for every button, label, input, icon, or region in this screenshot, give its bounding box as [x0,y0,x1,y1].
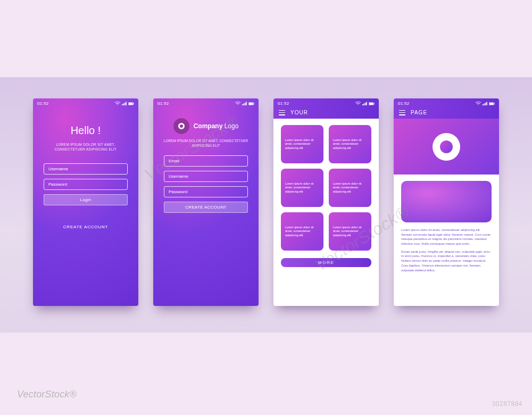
svg-rect-7 [242,104,243,105]
screen-signup: 01:52 Company Logo LOREM IPSUM DOLOR SIT… [153,98,259,306]
status-bar: 01:52 [153,98,259,107]
signal-icon [242,102,247,105]
battery-icon [489,102,495,105]
company-logo-row: Company Logo [153,107,259,138]
screen-login: 01:52 Hello ! LOREM IPSUM DOLOR SIT AMET… [33,98,138,306]
header-title: YOUR [290,110,308,115]
company-name: Company Logo [194,122,239,130]
svg-rect-6 [134,103,134,104]
svg-rect-12 [249,103,253,105]
svg-rect-20 [374,103,375,104]
status-icons [115,102,134,105]
ring-graphic [433,133,460,161]
svg-rect-13 [254,103,254,104]
wifi-icon [235,102,240,105]
status-icons [476,102,495,105]
signup-subtitle: LOREM IPSUM DOLOR SIT AMET, CONSECTETUER… [153,138,259,148]
watermark-id: 30287884 [492,400,522,408]
password-input[interactable]: Password [44,179,128,190]
app-header: PAGE [394,107,499,119]
svg-rect-19 [369,103,373,105]
wifi-icon [355,102,361,105]
battery-icon [369,102,375,105]
content-card[interactable]: Lorem ipsum dolor sit amet, consectetuer… [281,125,323,163]
mockup-stage: 01:52 Hello ! LOREM IPSUM DOLOR SIT AMET… [0,77,532,333]
svg-rect-1 [123,104,124,106]
create-account-button[interactable]: CREATE ACCOUNT [164,202,248,213]
logo-icon [173,118,189,134]
svg-rect-26 [489,103,493,105]
svg-rect-17 [366,102,367,106]
header-title: PAGE [411,110,427,115]
svg-rect-3 [126,102,127,106]
content-card[interactable]: Lorem ipsum dolor sit amet, consectetuer… [329,125,371,163]
svg-rect-9 [245,103,246,105]
status-time: 01:52 [37,101,49,106]
welcome-subtitle: LOREM IPSUM DOLOR SIT AMET, CONSECTETUER… [43,142,129,152]
svg-rect-16 [365,103,366,105]
svg-rect-2 [124,103,126,105]
screen-detail: 01:52 PAGE Lorem ipsum dolor sit amet, c… [394,98,499,306]
content-card[interactable]: Lorem ipsum dolor sit amet, consectetuer… [329,212,371,251]
svg-rect-15 [363,104,364,106]
svg-rect-10 [246,102,247,106]
login-button[interactable]: Login [44,194,128,205]
body-text: Lorem ipsum dolor sit amet, consectetuer… [394,228,499,272]
email-input[interactable]: Email [164,155,248,167]
menu-icon[interactable] [279,110,285,115]
content-card[interactable]: Lorem ipsum dolor sit amet, consectetuer… [281,169,323,207]
username-input[interactable]: Username [164,171,248,182]
signal-icon [362,102,367,105]
screen-grid: 01:52 YOUR Lorem ipsum dolor sit amet, c… [273,98,379,306]
app-header: YOUR [273,107,379,119]
svg-rect-8 [243,104,244,106]
svg-rect-0 [122,104,123,105]
menu-icon[interactable] [399,110,405,115]
status-time: 01:52 [157,101,169,106]
status-time: 01:52 [398,101,410,106]
status-icons [355,102,375,105]
more-button[interactable]: MORE [281,258,371,267]
svg-rect-24 [486,102,487,106]
signal-icon [483,102,487,105]
wifi-icon [115,102,120,105]
username-input[interactable]: Username [44,163,128,175]
hero-banner [394,119,499,175]
battery-icon [248,102,254,105]
status-bar: 01:52 [273,98,379,107]
wifi-icon [476,102,481,105]
svg-rect-27 [494,103,495,104]
status-icons [235,102,254,105]
content-card[interactable]: Lorem ipsum dolor sit amet, consectetuer… [329,169,371,207]
status-time: 01:52 [278,101,289,106]
svg-rect-14 [362,104,363,105]
svg-rect-21 [483,104,484,105]
svg-rect-5 [129,103,132,105]
paragraph: Donec pede justo, fringilla vel, aliquet… [401,250,492,272]
content-card[interactable]: Lorem ipsum dolor sit amet, consectetuer… [281,212,323,251]
status-bar: 01:52 [33,98,138,107]
welcome-title: Hello ! [43,124,129,137]
watermark-brand: VectorStock® [17,389,77,400]
status-bar: 01:52 [394,98,499,107]
feature-image [401,181,492,222]
svg-rect-22 [484,104,485,106]
password-input[interactable]: Password [164,186,248,197]
svg-rect-23 [485,103,486,105]
create-account-link[interactable]: CREATE ACCOUNT [33,225,138,229]
signal-icon [122,102,127,105]
paragraph: Lorem ipsum dolor sit amet, consectetuer… [401,228,492,246]
battery-icon [128,102,134,105]
